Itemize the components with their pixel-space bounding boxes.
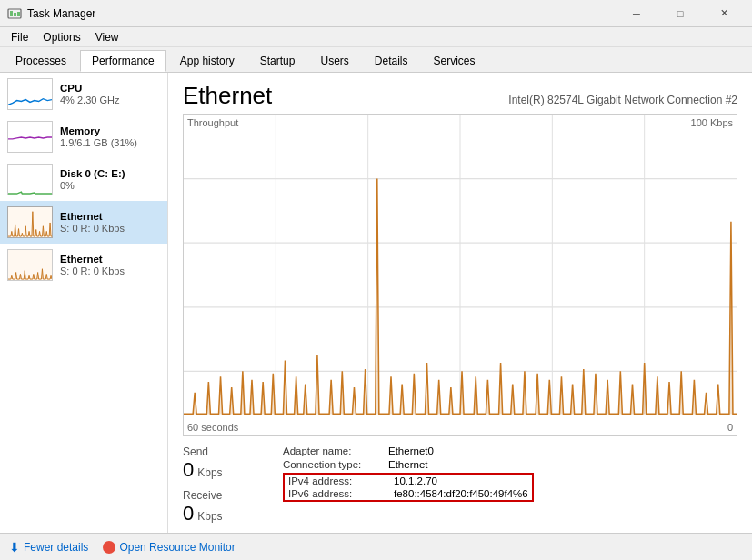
send-value: 0: [183, 458, 194, 482]
connection-type-val: Ethernet: [388, 459, 427, 470]
send-receive-stats: Send 0 Kbps Receive 0 Kbps: [183, 445, 265, 525]
chart-svg: [184, 115, 737, 435]
bottom-bar: ⬇ Fewer details Open Resource Monitor: [0, 533, 752, 560]
sidebar: CPU 4% 2.30 GHz Memory 1.9/6.1 GB (31%): [0, 73, 168, 533]
cpu-thumbnail: [7, 78, 53, 110]
fewer-details-button[interactable]: ⬇ Fewer details: [9, 540, 88, 555]
ip-address-highlight-box: IPv4 address: 10.1.2.70 IPv6 address: fe…: [283, 473, 534, 502]
send-block: Send 0 Kbps: [183, 445, 265, 482]
ethernet1-sublabel: S: 0 R: 0 Kbps: [60, 223, 160, 234]
menu-bar: File Options View: [0, 27, 752, 47]
restore-button[interactable]: □: [659, 0, 701, 27]
sidebar-item-ethernet2[interactable]: Ethernet S: 0 R: 0 Kbps: [0, 244, 167, 286]
memory-label: Memory: [60, 125, 160, 136]
disk-label: Disk 0 (C: E:): [60, 168, 160, 179]
tab-services[interactable]: Services: [422, 50, 487, 72]
open-resource-monitor-button[interactable]: Open Resource Monitor: [103, 541, 235, 554]
receive-value: 0: [183, 502, 194, 525]
resource-monitor-label: Open Resource Monitor: [119, 541, 235, 554]
disk-thumbnail: [7, 164, 53, 195]
sidebar-item-memory[interactable]: Memory 1.9/6.1 GB (31%): [0, 115, 167, 158]
resource-monitor-icon: [103, 541, 115, 554]
disk-sublabel: 0%: [60, 180, 160, 191]
cpu-label: CPU: [60, 83, 160, 94]
memory-thumbnail: [7, 121, 53, 153]
adapter-details: Adapter name: Ethernet0 Connection type:…: [283, 445, 534, 502]
tab-bar: Processes Performance App history Startu…: [0, 47, 752, 73]
content-title: Ethernet: [183, 82, 272, 110]
tab-users[interactable]: Users: [308, 50, 360, 72]
ipv6-row: IPv6 address: fe80::4584:df20:f450:49f4%…: [288, 488, 528, 499]
connection-type-row: Connection type: Ethernet: [283, 459, 534, 470]
app-icon: [7, 6, 22, 21]
ethernet2-thumbnail: [7, 249, 53, 281]
tab-performance[interactable]: Performance: [80, 50, 166, 72]
main-container: CPU 4% 2.30 GHz Memory 1.9/6.1 GB (31%): [0, 73, 752, 533]
svg-rect-1: [10, 11, 13, 16]
ipv4-val: 10.1.2.70: [394, 475, 437, 486]
window-controls: ─ □ ✕: [616, 0, 745, 27]
ipv6-key: IPv6 address:: [288, 488, 388, 499]
fewer-details-label: Fewer details: [24, 541, 88, 554]
content-area: Ethernet Intel(R) 82574L Gigabit Network…: [168, 73, 752, 533]
svg-rect-3: [17, 12, 20, 16]
sidebar-item-cpu[interactable]: CPU 4% 2.30 GHz: [0, 73, 167, 115]
tab-app-history[interactable]: App history: [168, 50, 246, 72]
send-label: Send: [183, 445, 265, 458]
adapter-name-row: Adapter name: Ethernet0: [283, 445, 534, 456]
adapter-subtitle: Intel(R) 82574L Gigabit Network Connecti…: [508, 94, 737, 106]
content-header: Ethernet Intel(R) 82574L Gigabit Network…: [183, 82, 737, 110]
adapter-name-key: Adapter name:: [283, 445, 383, 456]
memory-sublabel: 1.9/6.1 GB (31%): [60, 137, 160, 148]
ethernet2-sublabel: S: 0 R: 0 Kbps: [60, 265, 160, 276]
close-button[interactable]: ✕: [703, 0, 745, 27]
receive-label: Receive: [183, 489, 265, 502]
adapter-name-val: Ethernet0: [388, 445, 434, 456]
ethernet2-label: Ethernet: [60, 254, 160, 265]
ethernet1-label: Ethernet: [60, 211, 160, 222]
sidebar-item-ethernet1[interactable]: Ethernet S: 0 R: 0 Kbps: [0, 201, 167, 244]
cpu-sublabel: 4% 2.30 GHz: [60, 95, 160, 105]
ipv4-row: IPv4 address: 10.1.2.70: [288, 475, 528, 486]
fewer-details-icon: ⬇: [9, 540, 20, 555]
tab-processes[interactable]: Processes: [4, 50, 78, 72]
tab-details[interactable]: Details: [363, 50, 420, 72]
minimize-button[interactable]: ─: [616, 0, 657, 27]
ipv4-key: IPv4 address:: [288, 475, 388, 486]
svg-rect-2: [14, 13, 16, 16]
tab-startup[interactable]: Startup: [248, 50, 307, 72]
receive-block: Receive 0 Kbps: [183, 489, 265, 525]
menu-view[interactable]: View: [88, 29, 126, 45]
throughput-chart: Throughput 100 Kbps 60 seconds 0: [183, 114, 737, 436]
title-bar: Task Manager ─ □ ✕: [0, 0, 752, 27]
ipv6-val: fe80::4584:df20:f450:49f4%6: [394, 488, 528, 499]
menu-options[interactable]: Options: [35, 29, 87, 45]
receive-unit: Kbps: [197, 510, 222, 523]
menu-file[interactable]: File: [4, 29, 35, 45]
ethernet1-thumbnail: [7, 206, 53, 238]
svg-rect-5: [8, 250, 52, 280]
send-unit: Kbps: [197, 466, 222, 479]
window-title: Task Manager: [27, 7, 95, 20]
sidebar-item-disk[interactable]: Disk 0 (C: E:) 0%: [0, 158, 167, 201]
connection-type-key: Connection type:: [283, 459, 383, 470]
